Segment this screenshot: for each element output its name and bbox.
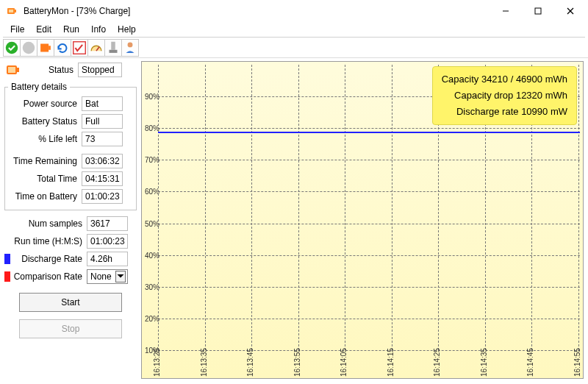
comparison-rate-value: None <box>90 271 112 282</box>
gridline-v <box>205 65 206 350</box>
y-tick: 70% <box>145 156 159 164</box>
num-samples-label: Num samples <box>4 218 87 229</box>
info-discharge: Discharge rate 10990 mW <box>442 104 567 120</box>
discharge-rate-value: 4.26h <box>87 252 128 266</box>
gridline-v <box>578 65 579 350</box>
gridline-h <box>158 255 580 256</box>
svg-rect-18 <box>8 67 15 73</box>
gridline-v <box>158 65 159 350</box>
stats-group: Num samples3617 Run time (H:M:S)01:00:23… <box>4 215 137 285</box>
time-on-battery-label: Time on Battery <box>8 191 82 202</box>
svg-point-8 <box>23 41 35 54</box>
menu-bar: File Edit Run Info Help <box>0 22 588 37</box>
start-button[interactable]: Start <box>19 293 122 312</box>
svg-rect-1 <box>15 10 16 13</box>
toolbar <box>0 38 588 58</box>
battery-status-value: Full <box>82 114 123 129</box>
gridline-h <box>158 224 580 224</box>
y-tick: 40% <box>145 251 159 259</box>
title-bar: BatteryMon - [73% Charge] <box>0 0 588 22</box>
toolbar-check[interactable] <box>71 39 88 57</box>
num-samples-value: 3617 <box>87 216 128 231</box>
gridline-h <box>158 191 580 192</box>
action-buttons: Start Stop <box>4 293 137 338</box>
y-tick: 90% <box>145 93 159 101</box>
y-tick: 30% <box>145 282 159 291</box>
y-tick: 50% <box>145 219 159 227</box>
stop-button: Stop <box>19 319 122 338</box>
y-tick: 20% <box>145 314 159 322</box>
svg-rect-13 <box>111 41 115 49</box>
total-time-label: Total Time <box>8 174 82 184</box>
data-line-discharge <box>158 132 580 133</box>
x-tick: 16:13:35 <box>200 348 208 377</box>
total-time-value: 04:15:31 <box>82 171 123 186</box>
content: Status Stopped Battery details Power sou… <box>0 58 588 383</box>
y-tick: 80% <box>145 124 159 132</box>
battery-chart: 90%80%70%60%50%40%30%20%10%16:13:2516:13… <box>141 61 584 379</box>
run-time-label: Run time (H:M:S) <box>4 236 87 246</box>
battery-details-group: Battery details Power sourceBat Battery … <box>4 82 137 210</box>
gridline-h <box>158 160 580 160</box>
x-tick: 16:14:15 <box>387 348 395 377</box>
chart-pane: 90%80%70%60%50%40%30%20%10%16:13:2516:13… <box>141 61 584 379</box>
app-icon <box>6 5 18 17</box>
x-tick: 16:14:55 <box>573 348 581 377</box>
life-left-value: 73 <box>82 132 123 146</box>
svg-rect-4 <box>535 8 541 14</box>
menu-help[interactable]: Help <box>112 23 142 36</box>
maximize-button[interactable] <box>522 0 554 22</box>
gridline-h <box>158 319 580 319</box>
toolbar-gauge[interactable] <box>87 39 105 57</box>
info-drop: Capacity drop 12320 mWh <box>442 88 567 104</box>
svg-rect-2 <box>9 10 13 13</box>
life-left-label: % Life left <box>8 134 82 144</box>
menu-file[interactable]: File <box>4 23 30 36</box>
gridline-h <box>158 128 580 129</box>
comparison-rate-combo[interactable]: None <box>87 269 128 284</box>
toolbar-battery[interactable] <box>37 39 54 57</box>
window-title: BatteryMon - [73% Charge] <box>24 6 130 16</box>
svg-point-15 <box>128 42 133 47</box>
x-tick: 16:14:45 <box>526 348 534 377</box>
menu-info[interactable]: Info <box>85 23 112 36</box>
comparison-swatch <box>4 271 10 282</box>
info-capacity: Capacity 34210 / 46900 mWh <box>442 71 567 88</box>
x-tick: 16:14:35 <box>480 348 488 377</box>
discharge-swatch <box>4 254 10 264</box>
menu-edit[interactable]: Edit <box>30 23 57 36</box>
left-pane: Status Stopped Battery details Power sou… <box>4 61 137 379</box>
time-on-battery-value: 01:00:23 <box>82 189 123 204</box>
run-time-value: 01:00:23 <box>87 234 128 249</box>
gridline-v <box>251 65 252 350</box>
svg-rect-9 <box>40 43 49 51</box>
gridline-v <box>345 65 345 350</box>
comparison-rate-label: Comparison Rate <box>13 271 87 282</box>
time-remaining-value: 03:06:32 <box>82 154 123 168</box>
gridline-h <box>158 350 580 351</box>
toolbar-tool[interactable] <box>104 39 122 57</box>
toolbar-person[interactable] <box>121 39 139 57</box>
x-tick: 16:13:25 <box>153 348 161 377</box>
battery-status-icon <box>4 61 22 79</box>
power-source-value: Bat <box>82 96 123 111</box>
status-label: Status <box>26 65 78 75</box>
discharge-rate-label: Discharge Rate <box>13 254 87 264</box>
toolbar-refresh[interactable] <box>54 39 71 57</box>
gridline-v <box>392 65 392 350</box>
x-tick: 16:13:55 <box>293 348 301 377</box>
close-button[interactable] <box>554 0 587 22</box>
toolbar-start[interactable] <box>3 39 21 57</box>
y-tick: 60% <box>145 188 159 196</box>
toolbar-stop[interactable] <box>20 39 37 57</box>
gridline-v <box>298 65 299 350</box>
chevron-down-icon <box>115 271 126 282</box>
minimize-button[interactable] <box>490 0 522 22</box>
battery-status-label: Battery Status <box>8 116 82 127</box>
menu-run[interactable]: Run <box>57 23 85 36</box>
status-row: Status Stopped <box>4 61 137 79</box>
x-tick: 16:14:25 <box>433 348 441 377</box>
chart-info-box: Capacity 34210 / 46900 mWh Capacity drop… <box>432 66 577 125</box>
status-value: Stopped <box>78 63 122 77</box>
x-tick: 16:13:45 <box>246 348 254 377</box>
